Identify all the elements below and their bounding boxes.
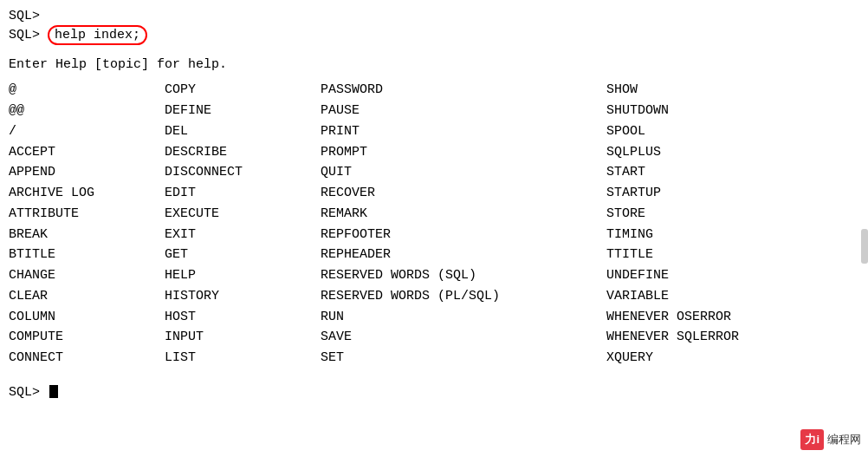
cmd-password: PASSWORD xyxy=(321,81,606,100)
logo-area: 力i 编程网 xyxy=(800,429,861,450)
sql-line-2: SQL> help index; xyxy=(9,26,859,45)
cmd-host: HOST xyxy=(165,308,321,327)
cmd-startup: STARTUP xyxy=(606,184,832,203)
terminal: SQL> SQL> help index; Enter Help [topic]… xyxy=(0,0,868,409)
cmd-attribute: ATTRIBUTE xyxy=(9,205,165,224)
cmd-clear: CLEAR xyxy=(9,287,165,306)
bottom-sql-prompt: SQL> xyxy=(9,385,48,400)
cmd-store: STORE xyxy=(606,205,832,224)
cmd-whenever-oserror: WHENEVER OSERROR xyxy=(606,308,832,327)
cmd-column: COLUMN xyxy=(9,308,165,327)
cmd-describe: DESCRIBE xyxy=(165,143,321,162)
cmd-prompt: PROMPT xyxy=(321,143,606,162)
cmd-repfooter: REPFOOTER xyxy=(321,225,606,245)
logo-text: 编程网 xyxy=(827,432,861,447)
cmd-history: HISTORY xyxy=(165,287,321,306)
cmd-spool: SPOOL xyxy=(606,122,832,141)
cmd-slash: / xyxy=(9,122,165,141)
cmd-start: START xyxy=(606,163,832,182)
cmd-break: BREAK xyxy=(9,225,165,245)
cmd-change: CHANGE xyxy=(9,266,165,285)
cmd-timing: TIMING xyxy=(606,225,832,245)
command-table: @ COPY PASSWORD SHOW @@ DEFINE PAUSE SHU… xyxy=(9,81,859,368)
cmd-set: SET xyxy=(321,349,606,368)
help-command: help index; xyxy=(48,25,147,45)
cmd-xquery: XQUERY xyxy=(606,349,832,368)
sql-prompt-1: SQL> xyxy=(9,9,40,23)
cmd-compute: COMPUTE xyxy=(9,328,165,347)
scrollbar[interactable] xyxy=(861,229,868,264)
cmd-ttitle: TTITLE xyxy=(606,245,832,264)
bottom-prompt-area: SQL> xyxy=(9,383,859,402)
cmd-print: PRINT xyxy=(321,122,606,141)
cmd-whenever-sqlerror: WHENEVER SQLERROR xyxy=(606,328,832,347)
cursor xyxy=(49,385,58,398)
cmd-archive-log: ARCHIVE LOG xyxy=(9,184,165,203)
cmd-help: HELP xyxy=(165,266,321,285)
cmd-list: LIST xyxy=(165,349,321,368)
cmd-input: INPUT xyxy=(165,328,321,347)
cmd-undefine: UNDEFINE xyxy=(606,266,832,285)
cmd-disconnect: DISCONNECT xyxy=(165,163,321,182)
cmd-pause: PAUSE xyxy=(321,101,606,121)
cmd-define: DEFINE xyxy=(165,101,321,121)
cmd-recover: RECOVER xyxy=(321,184,606,203)
cmd-sqlplus: SQLPLUS xyxy=(606,143,832,162)
cmd-shutdown: SHUTDOWN xyxy=(606,101,832,121)
cmd-save: SAVE xyxy=(321,328,606,347)
logo-icon: 力i xyxy=(800,429,824,450)
cmd-variable: VARIABLE xyxy=(606,287,832,306)
sql-prompt-2: SQL> xyxy=(9,28,40,42)
cmd-del: DEL xyxy=(165,122,321,141)
cmd-accept: ACCEPT xyxy=(9,143,165,162)
sql-line-1: SQL> xyxy=(9,7,859,26)
cmd-atat: @@ xyxy=(9,101,165,121)
cmd-remark: REMARK xyxy=(321,205,606,224)
help-description: Enter Help [topic] for help. xyxy=(9,57,227,72)
cmd-edit: EDIT xyxy=(165,184,321,203)
cmd-repheader: REPHEADER xyxy=(321,245,606,264)
enter-help-text: Enter Help [topic] for help. xyxy=(9,55,859,75)
cmd-at: @ xyxy=(9,81,165,100)
cmd-copy: COPY xyxy=(165,81,321,100)
cmd-execute: EXECUTE xyxy=(165,205,321,224)
cmd-reserved-plsql: RESERVED WORDS (PL/SQL) xyxy=(321,287,606,306)
cmd-append: APPEND xyxy=(9,163,165,182)
cmd-run: RUN xyxy=(321,308,606,327)
cmd-btitle: BTITLE xyxy=(9,245,165,264)
cmd-get: GET xyxy=(165,245,321,264)
cmd-connect: CONNECT xyxy=(9,349,165,368)
cmd-reserved-sql: RESERVED WORDS (SQL) xyxy=(321,266,606,285)
cmd-exit: EXIT xyxy=(165,225,321,245)
cmd-show: SHOW xyxy=(606,81,832,100)
cmd-quit: QUIT xyxy=(321,163,606,182)
